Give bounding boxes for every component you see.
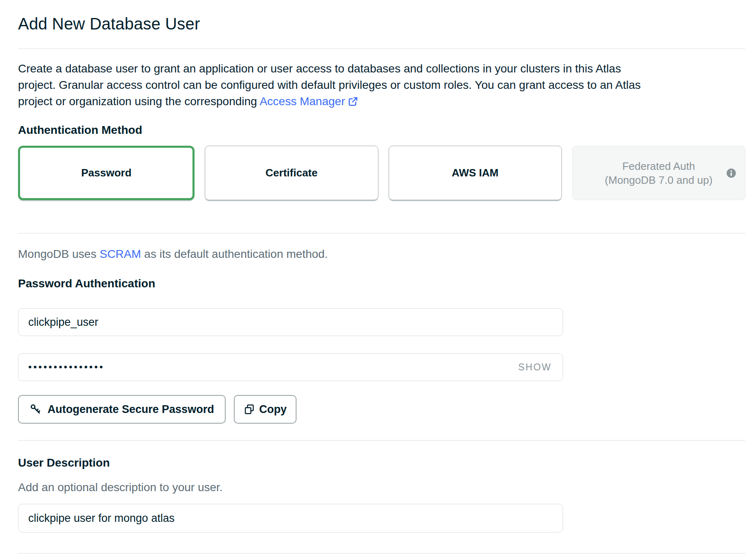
autogenerate-password-button[interactable]: Autogenerate Secure Password <box>18 395 226 424</box>
intro-line-3-text: project or organization using the corres… <box>18 95 257 108</box>
intro-line-1: Create a database user to grant an appli… <box>18 61 745 77</box>
username-input[interactable] <box>18 308 563 336</box>
intro-text: Create a database user to grant an appli… <box>18 61 745 110</box>
scram-note: MongoDB uses SCRAM as its default authen… <box>18 246 745 262</box>
autogenerate-password-label: Autogenerate Secure Password <box>48 403 214 416</box>
scram-link[interactable]: SCRAM <box>100 248 141 260</box>
divider <box>18 440 745 441</box>
intro-line-3: project or organization using the corres… <box>18 93 745 110</box>
copy-password-button[interactable]: Copy <box>234 395 297 424</box>
info-icon[interactable] <box>726 167 737 178</box>
auth-option-password[interactable]: Password <box>18 146 195 200</box>
divider <box>18 48 745 49</box>
auth-option-federated-auth: Federated Auth (MongoDB 7.0 and up) <box>572 146 745 200</box>
access-manager-link-label: Access Manager <box>260 95 345 108</box>
password-actions: Autogenerate Secure Password Copy <box>18 395 745 424</box>
auth-method-heading: Authentication Method <box>18 123 745 138</box>
scram-note-after: as its default authentication method. <box>141 248 328 260</box>
auth-option-aws-iam[interactable]: AWS IAM <box>389 146 562 200</box>
external-link-icon <box>348 96 358 107</box>
scram-note-before: MongoDB uses <box>18 248 100 260</box>
auth-option-password-label: Password <box>81 167 131 179</box>
access-manager-link[interactable]: Access Manager <box>260 95 359 108</box>
password-input[interactable] <box>18 353 563 381</box>
password-auth-heading: Password Authentication <box>18 276 745 291</box>
federated-auth-line-2: (MongoDB 7.0 and up) <box>605 174 713 186</box>
intro-line-2: project. Granular access control can be … <box>18 77 745 93</box>
divider <box>18 553 745 554</box>
auth-option-certificate-label: Certificate <box>265 167 317 179</box>
user-description-heading: User Description <box>18 456 745 470</box>
copy-password-label: Copy <box>259 403 287 416</box>
password-field: SHOW <box>18 353 563 381</box>
auth-option-certificate[interactable]: Certificate <box>205 146 378 200</box>
user-description-input[interactable] <box>18 504 563 532</box>
page-title: Add New Database User <box>18 14 745 34</box>
user-description-subtext: Add an optional description to your user… <box>18 479 745 496</box>
show-password-button[interactable]: SHOW <box>518 362 552 373</box>
key-icon <box>29 403 42 415</box>
add-new-database-user-form: Add New Database User Create a database … <box>0 14 756 554</box>
auth-option-aws-iam-label: AWS IAM <box>452 167 498 179</box>
federated-auth-line-1: Federated Auth <box>622 160 695 172</box>
auth-option-federated-auth-label: Federated Auth (MongoDB 7.0 and up) <box>605 159 713 187</box>
auth-method-options: Password Certificate AWS IAM Federated A… <box>18 146 745 200</box>
copy-icon <box>244 404 255 415</box>
divider <box>18 233 745 234</box>
